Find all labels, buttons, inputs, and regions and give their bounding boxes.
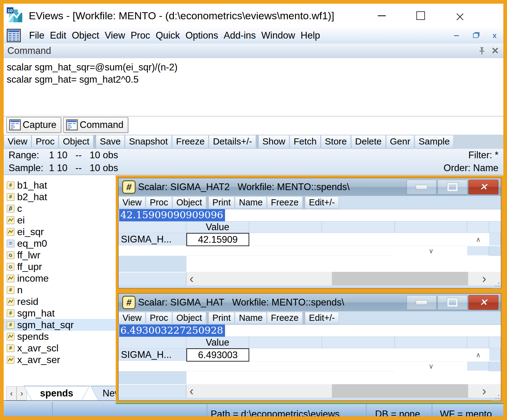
list-item[interactable]: resid <box>4 296 116 307</box>
list-item[interactable]: eq_m0 <box>4 238 116 249</box>
list-item[interactable]: b1_hat <box>4 179 116 191</box>
view-button[interactable]: View <box>118 312 145 324</box>
list-item[interactable]: c <box>4 203 116 214</box>
freeze-button[interactable]: Freeze <box>267 312 302 324</box>
value-edit-line[interactable]: 42.15909090909096 <box>118 209 501 221</box>
fetch-button[interactable]: Fetch <box>290 135 321 148</box>
scroll-right-icon[interactable] <box>479 385 489 397</box>
menu-object[interactable]: Object <box>69 30 102 41</box>
menu-add-ins[interactable]: Add-ins <box>221 30 258 41</box>
scalar-edit-value[interactable]: 42.15909090909096 <box>119 209 225 221</box>
list-item[interactable]: ff_lwr <box>4 249 116 261</box>
tab-capture[interactable]: Capture <box>6 117 61 133</box>
list-item[interactable]: b2_hat <box>4 191 116 203</box>
list-item[interactable]: sgm_hat <box>4 307 116 319</box>
list-item[interactable]: ff_upr <box>4 261 116 272</box>
object-button[interactable]: Object <box>59 135 93 148</box>
scroll-down-icon[interactable] <box>395 246 467 256</box>
menu-quick[interactable]: Quick <box>153 30 182 41</box>
pin-icon[interactable] <box>478 47 486 55</box>
mdi-restore-icon[interactable] <box>473 33 479 38</box>
horizontal-scrollbar[interactable] <box>186 384 489 398</box>
list-item[interactable]: ei_sqr <box>4 226 116 238</box>
scroll-right-icon[interactable] <box>479 272 489 285</box>
delete-button[interactable]: Delete <box>351 135 386 148</box>
menu-options[interactable]: Options <box>183 30 221 41</box>
scroll-left-icon[interactable] <box>186 385 197 397</box>
list-item[interactable]: spends <box>4 331 116 342</box>
save-button[interactable]: Save <box>96 135 125 148</box>
scroll-down-icon[interactable] <box>395 362 467 371</box>
window-titlebar[interactable]: Scalar: SIGMA_HAT Workfile: MENTO::spend… <box>118 294 501 311</box>
store-button[interactable]: Store <box>321 135 351 148</box>
menu-edit[interactable]: Edit <box>47 30 69 41</box>
command-line[interactable]: scalar sgm_hat_sqr=@sum(ei_sqr)/(n-2) <box>7 61 503 73</box>
menu-file[interactable]: File <box>26 30 47 41</box>
details-button[interactable]: Details+/- <box>209 135 256 148</box>
edit-button[interactable]: Edit+/- <box>305 312 339 324</box>
list-item[interactable]: x_avr_scl <box>4 342 116 354</box>
view-button[interactable]: View <box>4 135 31 148</box>
show-button[interactable]: Show <box>258 135 289 148</box>
scroll-up-icon[interactable] <box>467 348 489 362</box>
scrollbar-thumb[interactable] <box>332 272 468 285</box>
value-edit-line[interactable]: 6.493003227250928 <box>118 324 501 336</box>
object-button[interactable]: Object <box>172 312 206 324</box>
sample-button[interactable]: Sample <box>415 135 454 148</box>
value-column-header[interactable]: Value <box>186 337 249 348</box>
command-line[interactable]: scalar sgm_hat= sgm_hat2^0.5 <box>7 73 503 86</box>
mdi-close-icon[interactable] <box>493 32 497 39</box>
horizontal-scrollbar[interactable] <box>186 272 489 285</box>
menu-help[interactable]: Help <box>298 30 323 41</box>
window-titlebar[interactable]: Scalar: SIGMA_HAT2 Workfile: MENTO::spen… <box>118 178 501 196</box>
scalar-value-cell[interactable]: 6.493003 <box>186 348 249 362</box>
list-item[interactable]: n <box>4 284 116 296</box>
minimize-icon[interactable] <box>378 15 386 16</box>
resize-grip[interactable] <box>489 272 501 285</box>
menu-proc[interactable]: Proc <box>128 30 153 41</box>
proc-button[interactable]: Proc <box>146 197 172 209</box>
command-input-area[interactable]: scalar sgm_hat_sqr=@sum(ei_sqr)/(n-2) sc… <box>4 58 503 116</box>
scrollbar-thumb[interactable] <box>332 384 468 398</box>
row-header[interactable]: SIGMA_H... <box>118 348 186 362</box>
menu-window[interactable]: Window <box>259 30 298 41</box>
scalar-value-cell[interactable]: 42.15909 <box>186 233 249 246</box>
tab-command[interactable]: Command <box>63 117 128 133</box>
close-icon[interactable] <box>456 12 463 19</box>
minimize-button[interactable] <box>407 295 437 310</box>
value-column-header[interactable]: Value <box>186 222 249 233</box>
page-tab-spends[interactable]: spends <box>24 386 90 400</box>
restore-button[interactable] <box>438 180 468 194</box>
name-button[interactable]: Name <box>235 197 266 209</box>
scalar-edit-value[interactable]: 6.493003227250928 <box>119 324 225 337</box>
close-button[interactable] <box>468 295 498 310</box>
snapshot-button[interactable]: Snapshot <box>125 135 172 148</box>
resize-grip[interactable] <box>489 384 501 398</box>
menu-view[interactable]: View <box>102 30 128 41</box>
minimize-button[interactable] <box>407 180 437 194</box>
list-item-selected[interactable]: sgm_hat_sqr <box>4 319 116 331</box>
edit-button[interactable]: Edit+/- <box>305 197 339 209</box>
maximize-icon[interactable] <box>416 11 425 20</box>
proc-button[interactable]: Proc <box>146 312 172 324</box>
command-panel-close-icon[interactable] <box>491 46 499 55</box>
proc-button[interactable]: Proc <box>32 135 58 148</box>
list-item[interactable]: ei <box>4 214 116 226</box>
row-header[interactable]: SIGMA_H... <box>118 233 186 246</box>
scroll-tabs-left-icon[interactable] <box>6 386 17 400</box>
mdi-minimize-icon[interactable] <box>454 35 459 36</box>
object-button[interactable]: Object <box>172 197 206 209</box>
close-button[interactable] <box>468 180 498 194</box>
name-button[interactable]: Name <box>235 312 266 324</box>
view-button[interactable]: View <box>118 197 145 209</box>
sample-value[interactable]: 1 10 -- 10 obs <box>49 163 118 174</box>
print-button[interactable]: Print <box>208 312 235 324</box>
print-button[interactable]: Print <box>208 197 235 209</box>
list-item[interactable]: x_avr_ser <box>4 354 116 366</box>
list-item[interactable]: income <box>4 272 116 284</box>
scroll-up-icon[interactable] <box>467 233 489 246</box>
scroll-left-icon[interactable] <box>186 272 197 285</box>
genr-button[interactable]: Genr <box>386 135 415 148</box>
freeze-button[interactable]: Freeze <box>172 135 208 148</box>
restore-button[interactable] <box>438 295 468 310</box>
